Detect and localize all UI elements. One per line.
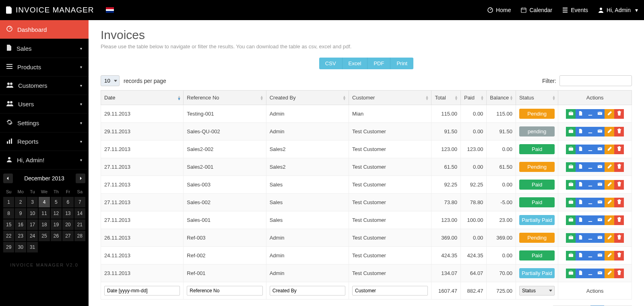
file-button[interactable] — [576, 145, 585, 154]
trash-button[interactable] — [614, 251, 624, 261]
nav-user[interactable]: Hi, Admin ▾ — [598, 7, 638, 13]
briefcase-button[interactable] — [566, 162, 576, 172]
cal-day[interactable]: 14 — [74, 208, 85, 219]
cal-day[interactable]: 9 — [15, 208, 26, 219]
cal-day[interactable]: 12 — [51, 208, 62, 219]
mail-button[interactable] — [595, 127, 605, 136]
cal-day[interactable]: 31 — [27, 242, 38, 252]
edit-button[interactable] — [605, 127, 614, 136]
file-button[interactable] — [576, 162, 585, 172]
edit-button[interactable] — [605, 145, 614, 154]
cal-day[interactable]: 24 — [27, 231, 38, 241]
cal-day[interactable]: 2 — [15, 197, 26, 207]
cal-day[interactable]: 16 — [15, 219, 26, 230]
file-button[interactable] — [576, 233, 585, 243]
briefcase-button[interactable] — [566, 109, 576, 119]
mail-button[interactable] — [595, 269, 605, 278]
sidebar-item-reports[interactable]: Reports▾ — [0, 132, 89, 151]
filter-input[interactable] — [559, 75, 632, 86]
sidebar-item-dashboard[interactable]: Dashboard — [0, 20, 89, 39]
download-button[interactable] — [585, 269, 595, 278]
filter-created-input[interactable] — [270, 286, 345, 296]
export-print-button[interactable]: Print — [390, 58, 413, 69]
edit-button[interactable] — [605, 251, 614, 261]
sidebar-item-products[interactable]: Products▾ — [0, 58, 89, 76]
file-button[interactable] — [576, 251, 585, 261]
col-status[interactable]: Status▲▼ — [516, 91, 558, 105]
cal-day[interactable]: 22 — [3, 231, 14, 241]
col-paid[interactable]: Paid▲▼ — [460, 91, 486, 105]
cal-day[interactable]: 1 — [3, 197, 14, 207]
col-date[interactable]: Date▲▼ — [101, 91, 184, 105]
trash-button[interactable] — [614, 233, 624, 243]
mail-button[interactable] — [595, 180, 605, 190]
briefcase-button[interactable] — [566, 198, 576, 207]
export-excel-button[interactable]: Excel — [343, 58, 368, 69]
trash-button[interactable] — [614, 180, 624, 190]
briefcase-button[interactable] — [566, 269, 576, 278]
download-button[interactable] — [585, 127, 595, 136]
col-balance[interactable]: Balance▲▼ — [487, 91, 516, 105]
cal-day[interactable]: 30 — [15, 242, 26, 252]
edit-button[interactable] — [605, 109, 614, 119]
nav-events[interactable]: Events — [562, 7, 588, 13]
cal-day[interactable]: 25 — [39, 231, 50, 241]
col-created[interactable]: Created By▲▼ — [266, 91, 349, 105]
cal-day[interactable]: 21 — [74, 219, 85, 230]
sidebar-item-settings[interactable]: Settings▾ — [0, 114, 89, 132]
mail-button[interactable] — [595, 233, 605, 243]
briefcase-button[interactable] — [566, 145, 576, 154]
mail-button[interactable] — [595, 215, 605, 225]
file-button[interactable] — [576, 198, 585, 207]
cal-day[interactable]: 26 — [51, 231, 62, 241]
download-button[interactable] — [585, 198, 595, 207]
export-csv-button[interactable]: CSV — [319, 58, 343, 69]
mail-button[interactable] — [595, 145, 605, 154]
cal-day[interactable]: 6 — [62, 197, 73, 207]
trash-button[interactable] — [614, 109, 624, 119]
brand[interactable]: INVOICE MANAGER — [6, 6, 94, 14]
filter-status-select[interactable]: Status — [519, 286, 555, 296]
edit-button[interactable] — [605, 233, 614, 243]
sidebar-item-sales[interactable]: Sales▾ — [0, 39, 89, 58]
download-button[interactable] — [585, 180, 595, 190]
cal-day[interactable]: 13 — [62, 208, 73, 219]
edit-button[interactable] — [605, 269, 614, 278]
cal-day[interactable]: 23 — [15, 231, 26, 241]
trash-button[interactable] — [614, 198, 624, 207]
briefcase-button[interactable] — [566, 180, 576, 190]
records-per-page-select[interactable]: 10 — [101, 75, 120, 86]
trash-button[interactable] — [614, 215, 624, 225]
cal-day[interactable]: 7 — [74, 197, 85, 207]
briefcase-button[interactable] — [566, 233, 576, 243]
download-button[interactable] — [585, 109, 595, 119]
download-button[interactable] — [585, 233, 595, 243]
edit-button[interactable] — [605, 198, 614, 207]
mail-button[interactable] — [595, 251, 605, 261]
cal-day[interactable]: 15 — [3, 219, 14, 230]
download-button[interactable] — [585, 145, 595, 154]
cal-day[interactable]: 3 — [27, 197, 38, 207]
cal-day[interactable]: 18 — [39, 219, 50, 230]
briefcase-button[interactable] — [566, 127, 576, 136]
cal-day[interactable]: 28 — [74, 231, 85, 241]
mail-button[interactable] — [595, 198, 605, 207]
filter-customer-input[interactable] — [352, 286, 428, 296]
flag-icon[interactable] — [106, 7, 114, 13]
file-button[interactable] — [576, 215, 585, 225]
cal-day[interactable]: 10 — [27, 208, 38, 219]
briefcase-button[interactable] — [566, 251, 576, 261]
cal-day[interactable]: 17 — [27, 219, 38, 230]
file-button[interactable] — [576, 269, 585, 278]
file-button[interactable] — [576, 127, 585, 136]
trash-button[interactable] — [614, 162, 624, 172]
download-button[interactable] — [585, 251, 595, 261]
nav-calendar[interactable]: Calendar — [521, 7, 552, 13]
cal-day[interactable]: 11 — [39, 208, 50, 219]
download-button[interactable] — [585, 215, 595, 225]
col-total[interactable]: Total▲▼ — [431, 91, 461, 105]
trash-button[interactable] — [614, 127, 624, 136]
briefcase-button[interactable] — [566, 215, 576, 225]
cal-day[interactable]: 4 — [39, 197, 50, 207]
cal-day[interactable]: 8 — [3, 208, 14, 219]
